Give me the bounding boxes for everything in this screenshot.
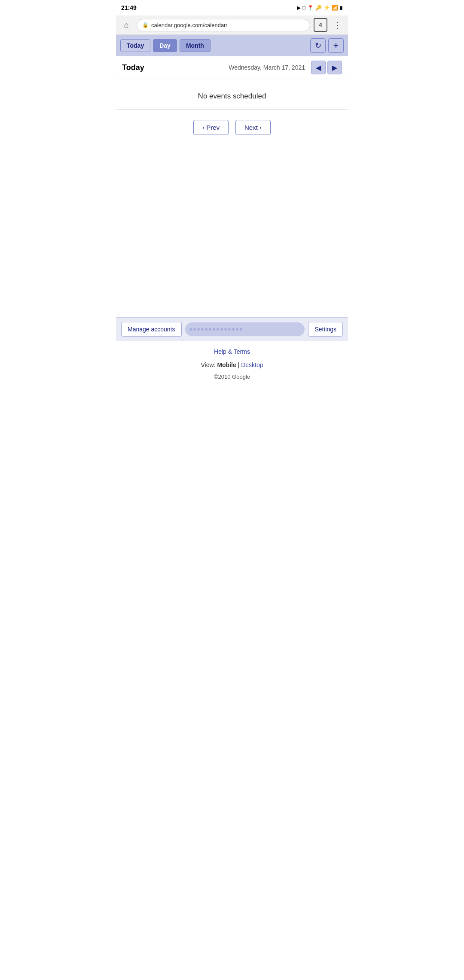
view-links: View: Mobile | Desktop	[116, 359, 348, 371]
today-button[interactable]: Today	[120, 39, 150, 52]
refresh-icon: ↻	[315, 41, 321, 50]
settings-button[interactable]: Settings	[308, 322, 343, 337]
prev-day-button[interactable]: ◀	[311, 61, 326, 74]
home-icon: ⌂	[124, 21, 129, 30]
manage-accounts-button[interactable]: Manage accounts	[121, 322, 182, 337]
prev-page-button[interactable]: ‹ Prev	[193, 120, 229, 135]
bluetooth-icon: ⚡	[324, 5, 330, 11]
full-date: Wednesday, March 17, 2021	[229, 64, 305, 71]
view-label: View:	[201, 361, 216, 368]
day-view-button[interactable]: Day	[153, 39, 177, 52]
copyright: ©2010 Google	[116, 371, 348, 389]
bottom-links: Help & Terms	[116, 341, 348, 359]
next-day-button[interactable]: ▶	[327, 61, 342, 74]
pagination: ‹ Prev Next ›	[116, 110, 348, 145]
status-time: 21:49	[121, 4, 137, 11]
user-dots: ••••••••••••••	[189, 325, 244, 334]
location-icon: 📍	[307, 5, 314, 11]
youtube-icon: ▶	[297, 5, 301, 11]
today-label: Today	[122, 63, 229, 72]
next-page-button[interactable]: Next ›	[235, 120, 271, 135]
url-text: calendar.google.com/calendar/	[151, 22, 227, 28]
next-icon: ▶	[332, 64, 337, 72]
calendar-toolbar: Today Day Month ↻ +	[116, 35, 348, 56]
status-bar: 21:49 ▶ □ 📍 🔑 ⚡ 📶 ▮	[116, 0, 348, 15]
help-terms-link[interactable]: Help & Terms	[214, 348, 250, 355]
user-info: ••••••••••••••	[185, 322, 305, 336]
date-header: Today Wednesday, March 17, 2021 ◀ ▶	[116, 56, 348, 79]
add-event-button[interactable]: +	[328, 38, 344, 53]
month-view-button[interactable]: Month	[180, 39, 211, 52]
status-icons: ▶ □ 📍 🔑 ⚡ 📶 ▮	[297, 5, 343, 11]
tabs-button[interactable]: 4	[314, 18, 327, 32]
signal-icon: 📶	[332, 5, 338, 11]
content-area	[116, 145, 348, 317]
screen-icon: □	[302, 5, 305, 11]
footer-bar: Manage accounts •••••••••••••• Settings	[116, 317, 348, 341]
lock-icon: 🔒	[142, 22, 149, 28]
tabs-count: 4	[319, 21, 322, 28]
no-events-message: No events scheduled	[116, 79, 348, 110]
mobile-label: Mobile	[217, 361, 236, 368]
key-icon: 🔑	[315, 5, 322, 11]
desktop-link[interactable]: Desktop	[241, 361, 263, 368]
battery-icon: ▮	[340, 5, 343, 11]
add-icon: +	[333, 40, 339, 51]
pipe-separator: |	[238, 361, 241, 368]
prev-icon: ◀	[316, 64, 321, 72]
home-button[interactable]: ⌂	[119, 18, 133, 32]
browser-menu-button[interactable]: ⋮	[331, 18, 345, 32]
url-bar[interactable]: 🔒 calendar.google.com/calendar/	[137, 19, 310, 31]
browser-chrome: ⌂ 🔒 calendar.google.com/calendar/ 4 ⋮	[116, 15, 348, 35]
menu-icon: ⋮	[333, 20, 342, 30]
refresh-button[interactable]: ↻	[310, 38, 326, 53]
